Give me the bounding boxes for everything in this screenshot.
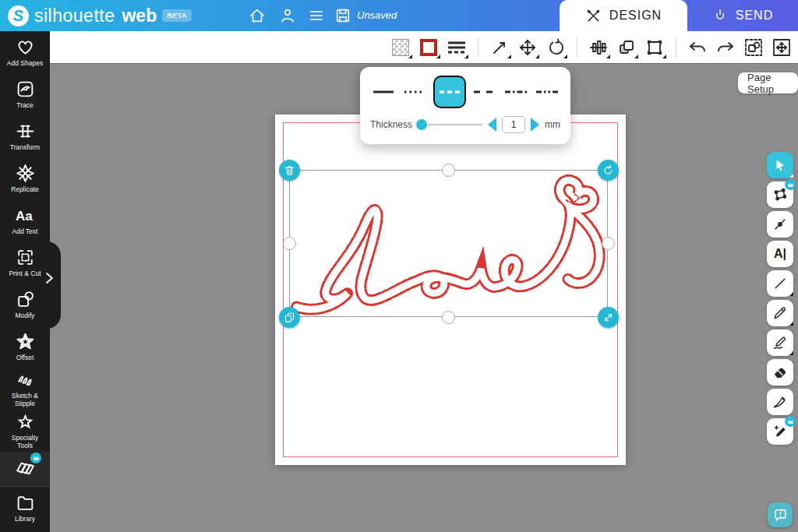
line-style-long-dash[interactable]	[471, 80, 497, 104]
replicate-icon	[16, 164, 35, 183]
fill-swatch-button[interactable]	[389, 36, 412, 59]
fit-to-view-button[interactable]	[770, 36, 793, 59]
line-style-dash-dot-dot[interactable]	[534, 80, 560, 104]
thickness-input[interactable]	[502, 116, 525, 133]
sidebar-item-label: Offset	[16, 354, 34, 361]
crown-badge-icon	[30, 453, 41, 463]
thickness-increase-arrow[interactable]	[531, 118, 539, 132]
select-tool-button[interactable]	[767, 152, 793, 178]
tab-send[interactable]: SEND	[687, 0, 798, 31]
resize-bounds-button[interactable]	[643, 36, 666, 59]
thickness-slider-thumb[interactable]	[416, 119, 427, 130]
transform-icon	[16, 122, 35, 141]
sidebar-item-offset[interactable]: Offset	[0, 326, 50, 368]
toolbar-separator	[676, 37, 676, 58]
home-icon[interactable]	[248, 6, 267, 25]
menu-icon[interactable]	[307, 6, 326, 25]
sidebar-item-modify[interactable]: Modify	[0, 284, 50, 326]
cursor-arrow-icon	[773, 158, 787, 172]
dropdown-corner-icon	[789, 351, 793, 355]
undo-button[interactable]	[686, 36, 709, 59]
knife-tool-button[interactable]	[767, 389, 793, 415]
pencil-tool-button[interactable]	[767, 300, 793, 326]
arrange-button[interactable]	[615, 36, 638, 59]
tab-design[interactable]: DESIGN	[560, 0, 687, 31]
point-on-path-icon	[772, 217, 788, 232]
undo-icon	[687, 38, 708, 57]
resize-handle-bottom[interactable]	[442, 311, 455, 324]
sidebar-item-replicate[interactable]: Replicate	[0, 157, 50, 199]
tab-send-label: SEND	[736, 9, 773, 23]
scale-line-icon	[490, 38, 509, 57]
sidebar-item-add-text[interactable]: Aa Add Text	[0, 199, 50, 241]
modify-icon	[16, 290, 35, 309]
point-on-path-tool-button[interactable]	[767, 211, 793, 238]
copy-icon	[284, 312, 295, 323]
resize-handle-left[interactable]	[283, 237, 296, 250]
resize-handle-right[interactable]	[602, 237, 615, 250]
fit-to-view-icon	[772, 37, 792, 58]
thickness-label: Thickness	[370, 119, 412, 130]
knife-icon	[772, 394, 788, 410]
page-setup-button[interactable]: Page Setup	[738, 72, 798, 93]
panel-expand-chevron-icon[interactable]	[44, 271, 56, 285]
sidebar-item-sketch-stipple[interactable]: Sketch & Stipple	[0, 368, 50, 410]
text-tool-button[interactable]: A|	[767, 241, 793, 267]
scale-line-button[interactable]	[488, 36, 511, 59]
distribute-button[interactable]	[587, 36, 610, 59]
sidebar-item-add-shapes[interactable]: Add Shapes	[0, 31, 50, 73]
thickness-decrease-arrow[interactable]	[488, 118, 496, 132]
feedback-button[interactable]	[768, 502, 793, 527]
select-all-button[interactable]	[742, 36, 765, 59]
svg-text:Aa: Aa	[16, 208, 33, 223]
sidebar-item-library[interactable]: Library	[0, 487, 50, 529]
sidebar-item-label: Modify	[15, 312, 34, 319]
selection-bounding-box[interactable]	[289, 170, 608, 317]
duplicate-handle[interactable]	[279, 307, 300, 328]
page-setup-label: Page Setup	[747, 72, 789, 95]
sidebar-item-label: Transform	[10, 143, 40, 151]
eraser-tool-button[interactable]	[767, 359, 793, 386]
resize-handle-top[interactable]	[442, 164, 455, 177]
sidebar-item-layers[interactable]	[0, 452, 50, 486]
rotate-icon	[546, 38, 565, 57]
line-style-dashed-selected[interactable]	[433, 76, 466, 108]
design-canvas[interactable]: Thickness mm Page Setup	[50, 64, 798, 532]
move-button[interactable]	[516, 36, 539, 59]
line-style-solid[interactable]	[370, 80, 397, 104]
sidebar-item-transform[interactable]: Transform	[0, 115, 50, 157]
thickness-slider[interactable]	[418, 124, 482, 125]
dropdown-corner-icon	[563, 55, 567, 58]
delete-handle[interactable]	[279, 160, 300, 181]
dropdown-corner-icon	[606, 55, 610, 58]
redo-button[interactable]	[714, 36, 737, 59]
line-style-dash-dot[interactable]	[503, 80, 529, 104]
feedback-bubble-icon	[773, 508, 788, 523]
line-tool-button[interactable]	[767, 270, 793, 297]
specialty-tools-icon	[16, 412, 35, 432]
save-icon[interactable]	[334, 6, 352, 25]
top-bar: S silhouette web BETA Unsaved DESIGN SEN…	[0, 0, 798, 31]
smooth-pencil-tool-button[interactable]	[767, 329, 793, 356]
sidebar-item-print-cut[interactable]: Print & Cut	[0, 241, 50, 284]
pencil-icon	[772, 305, 788, 321]
sidebar-item-trace[interactable]: Trace	[0, 73, 50, 115]
stipple-pen-tool-button[interactable]	[767, 418, 793, 445]
edit-points-tool-button[interactable]	[767, 181, 793, 208]
sidebar-item-label: Sketch & Stipple	[5, 392, 44, 407]
scale-handle[interactable]	[598, 307, 619, 328]
line-style-button[interactable]	[445, 36, 468, 59]
user-icon[interactable]	[278, 6, 297, 25]
dropdown-corner-icon	[464, 55, 468, 58]
sidebar-item-specialty-tools[interactable]: Specialty Tools	[0, 410, 50, 452]
love-cut-design[interactable]	[290, 171, 609, 318]
toolbar-separator	[478, 37, 478, 58]
text-tool-icon: A|	[774, 247, 786, 261]
line-color-button[interactable]	[417, 36, 440, 59]
line-style-dotted[interactable]	[401, 80, 428, 104]
dropdown-corner-icon	[789, 292, 793, 296]
rotate-button[interactable]	[544, 36, 567, 59]
sidebar-item-label: Add Shapes	[7, 59, 43, 67]
print-cut-icon	[16, 248, 35, 267]
rotate-handle[interactable]	[598, 160, 619, 181]
